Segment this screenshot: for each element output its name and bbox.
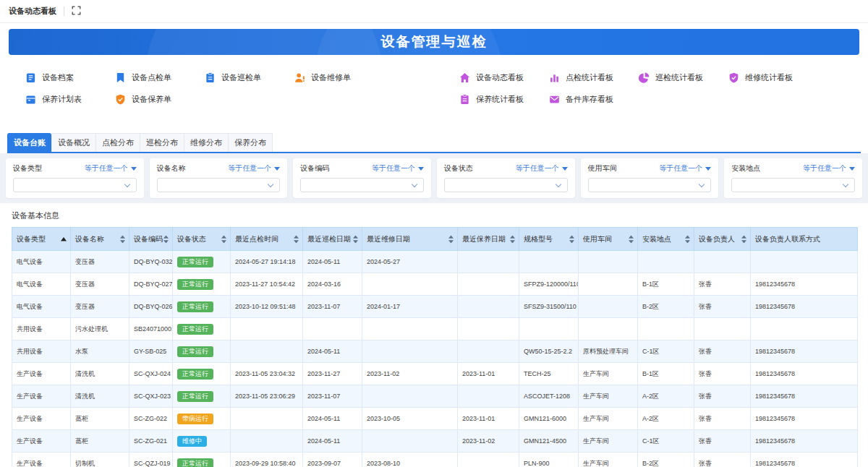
filter-select[interactable] bbox=[300, 178, 424, 192]
pie-chart-icon bbox=[639, 72, 650, 83]
table-cell bbox=[579, 251, 638, 273]
table-cell bbox=[362, 273, 458, 296]
caret-down-icon bbox=[562, 167, 568, 171]
nav-item[interactable]: 维修统计看板 bbox=[728, 67, 818, 88]
tab-item[interactable]: 保养分布 bbox=[228, 133, 273, 152]
column-header[interactable]: 安装地点 bbox=[638, 228, 694, 251]
column-header[interactable]: 设备名称 bbox=[71, 228, 129, 251]
column-header[interactable]: 最近点检时间 bbox=[231, 228, 303, 251]
nav-item[interactable]: 点检统计看板 bbox=[549, 67, 639, 88]
nav-item[interactable]: 保养计划表 bbox=[25, 88, 115, 110]
table-cell: 生产车间 bbox=[579, 408, 638, 430]
chevron-down-icon bbox=[268, 181, 273, 187]
sort-icon bbox=[510, 235, 515, 243]
table-cell: 正常运行 bbox=[173, 296, 231, 318]
tab-item[interactable]: 巡检分布 bbox=[140, 133, 184, 152]
column-header[interactable]: 使用车间 bbox=[579, 228, 638, 251]
filter-select[interactable] bbox=[444, 178, 568, 192]
filter-operator-label: 等于任意一个 bbox=[228, 163, 271, 173]
table-cell: 2023-11-07 bbox=[303, 296, 362, 318]
nav-item[interactable]: 设备档案 bbox=[25, 67, 115, 88]
column-header-label: 设备负责人联系方式 bbox=[755, 235, 820, 243]
bookmark-icon bbox=[115, 72, 126, 83]
column-header-label: 设备名称 bbox=[75, 235, 104, 243]
column-header-label: 最近保养日期 bbox=[462, 235, 506, 243]
nav-item-label: 设备巡检单 bbox=[221, 72, 261, 83]
clipboard-icon bbox=[459, 94, 470, 105]
table-cell: 2024-05-11 bbox=[303, 251, 362, 273]
filter-operator[interactable]: 等于任意一个 bbox=[803, 163, 855, 173]
table-cell bbox=[231, 318, 303, 340]
table-cell: 19812345678 bbox=[751, 430, 858, 453]
nav-item-label: 点检统计看板 bbox=[566, 72, 613, 83]
nav-item[interactable]: 设备维修单 bbox=[294, 67, 384, 88]
nav-item[interactable]: 备件库存看板 bbox=[549, 88, 639, 110]
nav-item-label: 巡检统计看板 bbox=[655, 72, 703, 83]
nav-item[interactable]: 保养统计看板 bbox=[459, 88, 549, 110]
equipment-table: 设备类型设备名称设备编码设备状态最近点检时间最近巡检日期最近维修日期最近保养日期… bbox=[12, 227, 858, 467]
filter-select[interactable] bbox=[588, 178, 712, 192]
filter-operator[interactable]: 等于任意一个 bbox=[85, 163, 137, 173]
nav-item[interactable]: 设备动态看板 bbox=[459, 67, 549, 88]
status-badge: 正常运行 bbox=[177, 257, 213, 267]
filter-operator[interactable]: 等于任意一个 bbox=[659, 163, 711, 173]
table-cell: 2024-05-11 bbox=[303, 408, 362, 430]
filter-select[interactable] bbox=[157, 178, 281, 192]
filter-select[interactable] bbox=[731, 178, 855, 192]
filter-card: 使用车间等于任意一个 bbox=[581, 158, 719, 198]
column-header-label: 最近维修日期 bbox=[367, 235, 410, 243]
table-cell: 19812345678 bbox=[751, 363, 858, 385]
tab-item[interactable]: 设备概况 bbox=[51, 133, 95, 152]
table-cell: SC-QZJ-019 bbox=[129, 453, 173, 467]
tab-item[interactable]: 点检分布 bbox=[95, 133, 140, 152]
table-cell: DQ-BYQ-026 bbox=[129, 296, 173, 318]
nav-item[interactable]: 设备点检单 bbox=[115, 67, 205, 88]
column-header[interactable]: 设备负责人联系方式 bbox=[751, 228, 858, 251]
filter-operator[interactable]: 等于任意一个 bbox=[372, 163, 424, 173]
nav-item[interactable]: 设备保养单 bbox=[115, 88, 205, 110]
table-cell: 2023-11-27 10:54:42 bbox=[231, 273, 303, 296]
table-cell: 张香 bbox=[694, 430, 751, 453]
column-header[interactable]: 设备编码 bbox=[129, 228, 173, 251]
table-cell: GMN121-4500 bbox=[519, 430, 579, 453]
nav-item[interactable]: 设备巡检单 bbox=[205, 67, 294, 88]
column-header[interactable]: 设备状态 bbox=[173, 228, 231, 251]
table-cell bbox=[519, 318, 579, 340]
column-header[interactable]: 最近维修日期 bbox=[362, 228, 458, 251]
bar-chart-icon bbox=[549, 72, 560, 83]
column-header[interactable]: 规格型号 bbox=[519, 228, 579, 251]
envelope-icon bbox=[549, 94, 560, 105]
table-cell: 变压器 bbox=[71, 296, 129, 318]
column-header[interactable]: 最近巡检日期 bbox=[303, 228, 362, 251]
nav-item[interactable]: 巡检统计看板 bbox=[639, 67, 728, 88]
column-header[interactable]: 最近保养日期 bbox=[458, 228, 519, 251]
filter-operator[interactable]: 等于任意一个 bbox=[516, 163, 568, 173]
table-cell: 2023-09-07 bbox=[303, 453, 362, 467]
table-section: 设备基本信息 设备类型设备名称设备编码设备状态最近点检时间最近巡检日期最近维修日… bbox=[0, 203, 868, 467]
filter-card: 设备状态等于任意一个 bbox=[437, 158, 575, 198]
table-cell: 2024-05-27 bbox=[362, 251, 458, 273]
table-cell: 2023-10-12 09:51:48 bbox=[231, 296, 303, 318]
filter-operator[interactable]: 等于任意一个 bbox=[228, 163, 280, 173]
table-cell: 生产设备 bbox=[12, 408, 71, 430]
tab-item[interactable]: 维修分布 bbox=[184, 133, 228, 152]
topbar: 设备动态看板 bbox=[0, 0, 868, 23]
table-cell: TECH-25 bbox=[519, 363, 579, 385]
tab-item[interactable]: 设备台账 bbox=[7, 133, 51, 152]
nav-item-label: 保养计划表 bbox=[42, 94, 82, 105]
fullscreen-button[interactable] bbox=[72, 5, 81, 18]
column-header[interactable]: 设备类型 bbox=[12, 228, 71, 251]
nav-grid: 设备档案设备点检单设备巡检单设备维修单设备动态看板点检统计看板巡检统计看板维修统… bbox=[0, 67, 868, 110]
filter-field-label: 设备编码 bbox=[300, 163, 329, 173]
nav-item-label: 设备维修单 bbox=[311, 72, 351, 83]
table-cell: 19812345678 bbox=[751, 340, 858, 363]
table-cell: 2023-11-05 23:04:32 bbox=[231, 363, 303, 385]
nav-item-label: 备件库存看板 bbox=[566, 94, 613, 105]
table-cell: ASCOJET-1208 bbox=[519, 385, 579, 408]
column-header[interactable]: 设备负责人 bbox=[694, 228, 751, 251]
table-cell bbox=[694, 251, 751, 273]
filter-select[interactable] bbox=[13, 178, 137, 192]
page-tab-label[interactable]: 设备动态看板 bbox=[9, 6, 56, 17]
filter-card-header: 安装地点等于任意一个 bbox=[731, 163, 855, 173]
dashboard-banner: 设备管理与巡检 bbox=[9, 29, 859, 55]
